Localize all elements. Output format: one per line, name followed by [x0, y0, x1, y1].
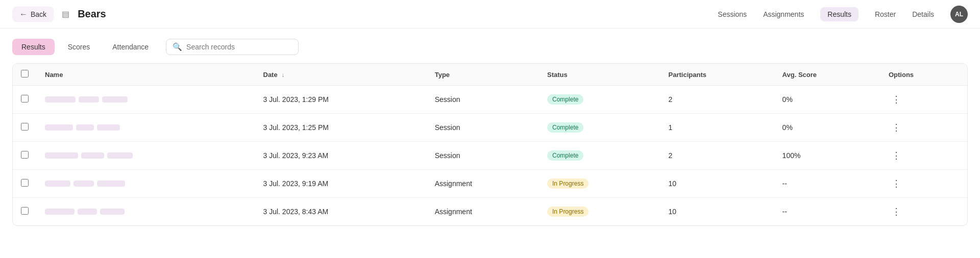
row-avg-score: 100% — [774, 142, 880, 170]
table-row: 3 Jul. 2023, 1:25 PMSessionComplete10%⋮ — [13, 114, 967, 142]
col-participants: Participants — [660, 64, 774, 86]
row-name-cell — [37, 170, 255, 198]
row-options-button[interactable]: ⋮ — [889, 177, 904, 190]
nav-sessions[interactable]: Sessions — [718, 7, 747, 21]
row-checkbox[interactable] — [21, 151, 29, 159]
row-avg-score: 0% — [774, 86, 880, 114]
row-status: In Progress — [539, 198, 660, 226]
row-name-cell — [37, 142, 255, 170]
row-status: Complete — [539, 114, 660, 142]
row-options-button[interactable]: ⋮ — [889, 121, 904, 134]
back-arrow-icon: ← — [19, 10, 28, 19]
name-block — [74, 180, 94, 187]
toolbar: Results Scores Attendance 🔍 — [0, 29, 980, 63]
name-block — [45, 209, 75, 215]
col-name: Name — [37, 64, 255, 86]
name-block — [76, 124, 94, 131]
status-badge: Complete — [547, 94, 583, 105]
row-date: 3 Jul. 2023, 9:23 AM — [255, 142, 427, 170]
status-badge: Complete — [547, 150, 583, 161]
search-input[interactable] — [186, 43, 292, 51]
name-block — [102, 96, 128, 102]
row-name-cell — [37, 114, 255, 142]
row-participants: 2 — [660, 86, 774, 114]
name-blocks — [45, 209, 247, 215]
col-type: Type — [427, 64, 539, 86]
table-row: 3 Jul. 2023, 9:23 AMSessionComplete2100%… — [13, 142, 967, 170]
avatar[interactable]: AL — [950, 6, 968, 23]
row-participants: 10 — [660, 170, 774, 198]
select-all-checkbox[interactable] — [21, 70, 29, 78]
table-row: 3 Jul. 2023, 8:43 AMAssignmentIn Progres… — [13, 198, 967, 226]
name-block — [79, 96, 99, 102]
search-icon: 🔍 — [173, 42, 182, 51]
row-checkbox[interactable] — [21, 95, 29, 102]
back-button[interactable]: ← Back — [12, 7, 54, 22]
name-block — [97, 124, 120, 131]
header-left: ← Back ▤ Bears — [12, 7, 106, 22]
row-checkbox-cell — [13, 86, 37, 114]
table-row: 3 Jul. 2023, 9:19 AMAssignmentIn Progres… — [13, 170, 967, 198]
row-type: Assignment — [427, 170, 539, 198]
status-badge: In Progress — [547, 207, 589, 217]
name-blocks — [45, 180, 247, 187]
name-blocks — [45, 96, 247, 102]
col-avg-score: Avg. Score — [774, 64, 880, 86]
status-badge: Complete — [547, 122, 583, 133]
col-date[interactable]: Date ↓ — [255, 64, 427, 86]
row-date: 3 Jul. 2023, 1:29 PM — [255, 86, 427, 114]
row-options-cell: ⋮ — [880, 198, 967, 226]
name-block — [107, 152, 133, 159]
row-options-button[interactable]: ⋮ — [889, 205, 904, 218]
tab-scores[interactable]: Scores — [59, 39, 100, 55]
status-badge: In Progress — [547, 178, 589, 189]
name-block — [100, 209, 125, 215]
row-avg-score: -- — [774, 198, 880, 226]
row-checkbox[interactable] — [21, 123, 29, 131]
team-icon: ▤ — [62, 9, 69, 19]
nav-results[interactable]: Results — [820, 7, 859, 21]
name-block — [45, 180, 70, 187]
row-status: Complete — [539, 142, 660, 170]
row-avg-score: -- — [774, 170, 880, 198]
col-checkbox — [13, 64, 37, 86]
search-box: 🔍 — [166, 39, 299, 55]
row-options-button[interactable]: ⋮ — [889, 93, 904, 106]
row-participants: 2 — [660, 142, 774, 170]
tab-results[interactable]: Results — [12, 39, 55, 55]
table-container: Name Date ↓ Type Status Participants Avg… — [12, 63, 968, 226]
row-checkbox-cell — [13, 198, 37, 226]
table-row: 3 Jul. 2023, 1:29 PMSessionComplete20%⋮ — [13, 86, 967, 114]
nav-assignments[interactable]: Assignments — [763, 7, 804, 21]
row-options-button[interactable]: ⋮ — [889, 149, 904, 162]
results-table: Name Date ↓ Type Status Participants Avg… — [13, 64, 967, 225]
sort-icon: ↓ — [281, 71, 284, 79]
row-date: 3 Jul. 2023, 8:43 AM — [255, 198, 427, 226]
row-options-cell: ⋮ — [880, 86, 967, 114]
nav-details[interactable]: Details — [912, 7, 934, 21]
table-header-row: Name Date ↓ Type Status Participants Avg… — [13, 64, 967, 86]
row-date: 3 Jul. 2023, 9:19 AM — [255, 170, 427, 198]
header: ← Back ▤ Bears Sessions Assignments Resu… — [0, 0, 980, 29]
tab-attendance[interactable]: Attendance — [103, 39, 158, 55]
row-date: 3 Jul. 2023, 1:25 PM — [255, 114, 427, 142]
col-options: Options — [880, 64, 967, 86]
row-checkbox-cell — [13, 114, 37, 142]
name-blocks — [45, 152, 247, 159]
row-type: Session — [427, 114, 539, 142]
row-avg-score: 0% — [774, 114, 880, 142]
row-checkbox-cell — [13, 142, 37, 170]
row-type: Session — [427, 86, 539, 114]
row-participants: 10 — [660, 198, 774, 226]
name-block — [45, 124, 73, 131]
col-status: Status — [539, 64, 660, 86]
header-nav: Sessions Assignments Results Roster Deta… — [718, 6, 968, 23]
name-block — [81, 152, 104, 159]
row-type: Session — [427, 142, 539, 170]
name-block — [45, 152, 78, 159]
row-type: Assignment — [427, 198, 539, 226]
back-label: Back — [31, 10, 46, 18]
row-checkbox[interactable] — [21, 207, 29, 215]
row-checkbox[interactable] — [21, 179, 29, 187]
nav-roster[interactable]: Roster — [875, 7, 896, 21]
